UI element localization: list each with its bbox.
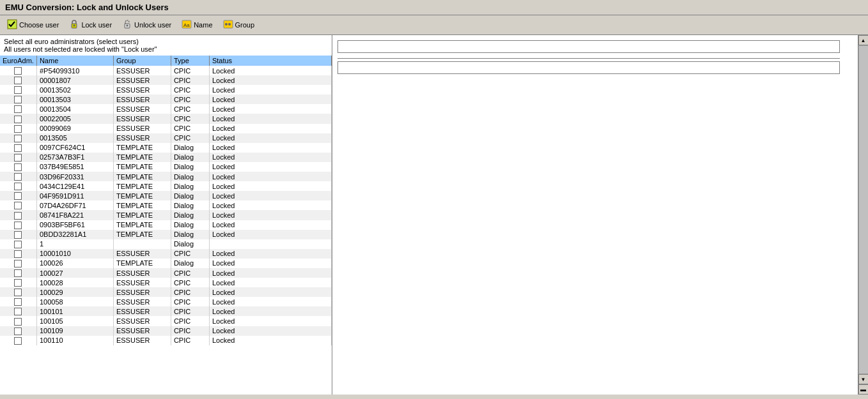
checkbox[interactable] bbox=[14, 222, 22, 229]
info-text: Select all euro administrators (select u… bbox=[0, 35, 332, 56]
checkbox[interactable] bbox=[14, 212, 22, 220]
group-button[interactable]: Group bbox=[219, 17, 260, 33]
scroll-minimize[interactable]: ▬ bbox=[858, 384, 869, 395]
cell-type: CPIC bbox=[171, 336, 209, 345]
cell-status: Locked bbox=[209, 268, 331, 278]
lock-user-label: Lock user bbox=[81, 21, 112, 29]
cell-group: ESSUSER bbox=[113, 297, 171, 306]
table-row[interactable]: 100109ESSUSERCPICLocked bbox=[0, 326, 332, 336]
table-row[interactable]: 00013502ESSUSERCPICLocked bbox=[0, 85, 332, 94]
checkbox[interactable] bbox=[14, 308, 22, 315]
cell-name: #P54099310 bbox=[36, 66, 113, 75]
cell-group: ESSUSER bbox=[113, 94, 171, 104]
checkbox[interactable] bbox=[14, 327, 22, 335]
checkbox[interactable] bbox=[14, 163, 22, 171]
checkbox[interactable] bbox=[14, 192, 22, 200]
table-row[interactable]: 00001807ESSUSERCPICLocked bbox=[0, 75, 332, 85]
checkbox[interactable] bbox=[14, 116, 22, 123]
cell-status: Locked bbox=[209, 85, 331, 94]
table-row[interactable]: 10001010ESSUSERCPICLocked bbox=[0, 249, 332, 259]
table-row[interactable]: 100026TEMPLATEDialogLocked bbox=[0, 259, 332, 268]
checkbox[interactable] bbox=[14, 269, 22, 277]
cell-name: 1 bbox=[36, 239, 113, 249]
table-row[interactable]: 08741F8A221TEMPLATEDialogLocked bbox=[0, 210, 332, 220]
right-input-1[interactable] bbox=[337, 40, 840, 53]
table-row[interactable]: 00022005ESSUSERCPICLocked bbox=[0, 114, 332, 123]
table-row[interactable]: 0434C129E41TEMPLATEDialogLocked bbox=[0, 181, 332, 191]
cell-name: 100026 bbox=[36, 259, 113, 268]
right-input-2[interactable] bbox=[337, 61, 840, 74]
choose-user-button[interactable]: Choose user bbox=[3, 17, 63, 33]
checkbox[interactable] bbox=[14, 125, 22, 133]
table-row[interactable]: 00013504ESSUSERCPICLocked bbox=[0, 104, 332, 114]
cell-group: ESSUSER bbox=[113, 114, 171, 123]
checkbox[interactable] bbox=[14, 96, 22, 103]
checkbox[interactable] bbox=[14, 279, 22, 287]
right-panel-content bbox=[332, 35, 858, 82]
table-row[interactable]: 0903BF5BF61TEMPLATEDialogLocked bbox=[0, 220, 332, 230]
checkbox[interactable] bbox=[14, 183, 22, 190]
page-title: EMU Conversion: Lock and Unlock Users bbox=[5, 3, 169, 12]
table-row[interactable]: 1Dialog bbox=[0, 239, 332, 249]
cell-name: 100110 bbox=[36, 336, 113, 345]
cell-euro bbox=[0, 239, 36, 249]
checkbox[interactable] bbox=[14, 154, 22, 162]
checkbox[interactable] bbox=[14, 289, 22, 296]
checkbox[interactable] bbox=[14, 318, 22, 326]
checkbox[interactable] bbox=[14, 144, 22, 152]
cell-status: Locked bbox=[209, 278, 331, 287]
table-row[interactable]: 037B49E5851TEMPLATEDialogLocked bbox=[0, 162, 332, 172]
cell-group bbox=[113, 239, 171, 249]
checkbox[interactable] bbox=[14, 77, 22, 84]
checkbox[interactable] bbox=[14, 241, 22, 248]
cell-status: Locked bbox=[209, 249, 331, 259]
checkbox[interactable] bbox=[14, 260, 22, 267]
scroll-down-button[interactable]: ▼ bbox=[858, 374, 869, 384]
checkbox[interactable] bbox=[14, 202, 22, 209]
scroll-track[interactable] bbox=[858, 45, 869, 374]
checkbox[interactable] bbox=[14, 67, 22, 75]
group-icon bbox=[223, 19, 233, 31]
table-row[interactable]: 02573A7B3F1TEMPLATEDialogLocked bbox=[0, 153, 332, 162]
cell-group: TEMPLATE bbox=[113, 191, 171, 200]
cell-type: Dialog bbox=[171, 230, 209, 239]
table-row[interactable]: 100110ESSUSERCPICLocked bbox=[0, 336, 332, 345]
cell-status: Locked bbox=[209, 297, 331, 306]
table-row[interactable]: 0BDD32281A1TEMPLATEDialogLocked bbox=[0, 230, 332, 239]
checkbox[interactable] bbox=[14, 298, 22, 306]
table-row[interactable]: 100028ESSUSERCPICLocked bbox=[0, 278, 332, 287]
checkbox[interactable] bbox=[14, 337, 22, 345]
table-row[interactable]: 0013505ESSUSERCPICLocked bbox=[0, 133, 332, 143]
table-row[interactable]: 00013503ESSUSERCPICLocked bbox=[0, 94, 332, 104]
cell-status: Locked bbox=[209, 94, 331, 104]
table-row[interactable]: 100027ESSUSERCPICLocked bbox=[0, 268, 332, 278]
users-table: EuroAdm. Name Group Type Status #P540993… bbox=[0, 56, 332, 345]
right-panel bbox=[332, 35, 858, 395]
checkbox[interactable] bbox=[14, 105, 22, 113]
cell-group: TEMPLATE bbox=[113, 259, 171, 268]
table-row[interactable]: 00099069ESSUSERCPICLocked bbox=[0, 124, 332, 133]
table-row[interactable]: 100101ESSUSERCPICLocked bbox=[0, 306, 332, 316]
table-row[interactable]: 0097CF624C1TEMPLATEDialogLocked bbox=[0, 143, 332, 153]
table-row[interactable]: 03D96F20331TEMPLATEDialogLocked bbox=[0, 172, 332, 181]
table-row[interactable]: 100105ESSUSERCPICLocked bbox=[0, 316, 332, 326]
cell-euro bbox=[0, 153, 36, 162]
title-bar: EMU Conversion: Lock and Unlock Users bbox=[0, 0, 868, 15]
table-row[interactable]: #P54099310ESSUSERCPICLocked bbox=[0, 66, 332, 75]
name-button[interactable]: Aa Name bbox=[177, 17, 217, 33]
checkbox[interactable] bbox=[14, 250, 22, 258]
lock-user-button[interactable]: Lock user bbox=[65, 17, 116, 33]
checkbox[interactable] bbox=[14, 135, 22, 142]
scroll-up-button[interactable]: ▲ bbox=[858, 35, 869, 45]
checkbox[interactable] bbox=[14, 86, 22, 94]
cell-type: Dialog bbox=[171, 259, 209, 268]
table-row[interactable]: 04F9591D911TEMPLATEDialogLocked bbox=[0, 191, 332, 200]
checkbox[interactable] bbox=[14, 173, 22, 181]
svg-point-9 bbox=[228, 23, 231, 26]
checkbox[interactable] bbox=[14, 231, 22, 239]
table-row[interactable]: 100029ESSUSERCPICLocked bbox=[0, 287, 332, 297]
unlock-user-button[interactable]: Unlock user bbox=[118, 17, 176, 33]
table-row[interactable]: 07D4A26DF71TEMPLATEDialogLocked bbox=[0, 200, 332, 210]
cell-group: TEMPLATE bbox=[113, 181, 171, 191]
table-row[interactable]: 100058ESSUSERCPICLocked bbox=[0, 297, 332, 306]
